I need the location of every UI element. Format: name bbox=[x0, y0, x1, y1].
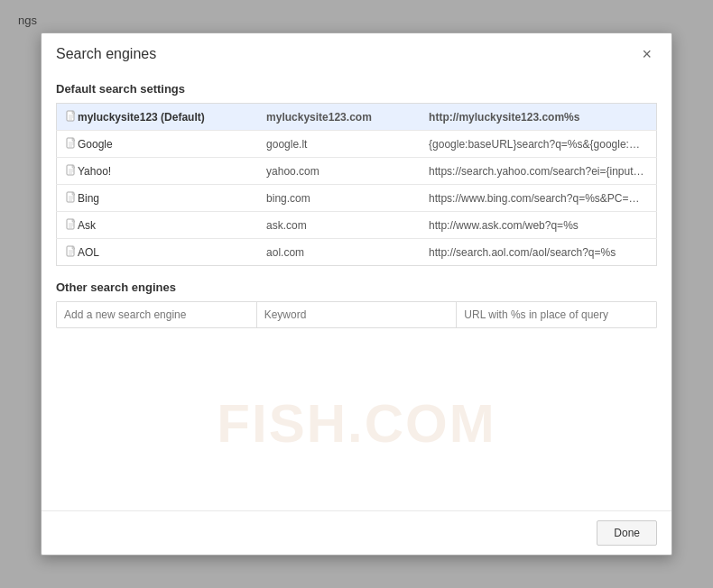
table-row[interactable]: myluckysite123 (Default) myluckysite123.… bbox=[57, 104, 657, 131]
dialog-footer: Done bbox=[42, 510, 671, 555]
engine-name-cell: Yahoo! bbox=[57, 158, 255, 184]
engine-url-cell: http://myluckysite123.com%s bbox=[420, 104, 656, 131]
dialog-title: Search engines bbox=[56, 46, 156, 62]
engine-name-cell: Ask bbox=[57, 212, 255, 238]
default-section-title: Default search settings bbox=[56, 82, 657, 96]
engine-keyword-cell: ask.com bbox=[257, 212, 420, 239]
engine-url-cell: http://www.ask.com/web?q=%s bbox=[420, 212, 656, 239]
engine-name-cell: AOL bbox=[57, 239, 255, 265]
document-icon bbox=[66, 137, 78, 151]
document-icon bbox=[66, 245, 78, 259]
watermark: FISH.COM bbox=[217, 392, 495, 455]
engine-url-cell: http://search.aol.com/aol/search?q=%s bbox=[420, 239, 656, 266]
document-icon bbox=[66, 110, 78, 124]
engine-keyword-cell: yahoo.com bbox=[257, 158, 420, 185]
engine-name: myluckysite123 (Default) bbox=[78, 111, 205, 124]
engine-url-cell: https://search.yahoo.com/search?ei={inpu… bbox=[420, 158, 656, 185]
engine-keyword-cell: bing.com bbox=[257, 185, 420, 212]
document-icon bbox=[66, 164, 78, 178]
engine-name-cell: myluckysite123 (Default) bbox=[57, 104, 255, 130]
add-search-engine-input[interactable] bbox=[57, 302, 257, 327]
other-search-inputs bbox=[56, 301, 657, 328]
engine-name-cell: Google bbox=[57, 131, 255, 157]
keyword-input[interactable] bbox=[257, 302, 458, 327]
engine-name: Google bbox=[78, 138, 113, 151]
document-icon bbox=[66, 218, 78, 232]
engine-name: AOL bbox=[78, 246, 99, 259]
engine-name-cell: Bing bbox=[57, 185, 255, 211]
engine-name: Bing bbox=[78, 192, 99, 205]
engine-name: Ask bbox=[78, 219, 96, 232]
table-row[interactable]: Yahoo! yahoo.comhttps://search.yahoo.com… bbox=[57, 158, 657, 185]
close-button[interactable]: × bbox=[636, 44, 657, 64]
engine-url-cell: {google:baseURL}search?q=%s&{google:RLZ}… bbox=[420, 131, 656, 158]
search-engines-table: myluckysite123 (Default) myluckysite123.… bbox=[56, 103, 657, 266]
url-input[interactable] bbox=[457, 302, 656, 327]
dialog-body: Default search settings myluckysite123 (… bbox=[42, 71, 671, 510]
engine-keyword-cell: myluckysite123.com bbox=[257, 104, 420, 131]
table-row[interactable]: AOL aol.comhttp://search.aol.com/aol/sea… bbox=[57, 239, 657, 266]
search-engines-dialog: Search engines × Default search settings… bbox=[41, 32, 672, 556]
watermark-area: FISH.COM bbox=[56, 328, 657, 473]
done-button[interactable]: Done bbox=[597, 520, 657, 546]
document-icon bbox=[66, 191, 78, 205]
engine-keyword-cell: google.lt bbox=[257, 131, 420, 158]
modal-overlay: Search engines × Default search settings… bbox=[0, 0, 713, 588]
table-row[interactable]: Google google.lt{google:baseURL}search?q… bbox=[57, 131, 657, 158]
other-section-title: Other search engines bbox=[56, 280, 657, 294]
engine-keyword-cell: aol.com bbox=[257, 239, 420, 266]
table-row[interactable]: Bing bing.comhttps://www.bing.com/search… bbox=[57, 185, 657, 212]
engine-name: Yahoo! bbox=[78, 165, 111, 178]
dialog-header: Search engines × bbox=[42, 33, 671, 71]
engine-url-cell: https://www.bing.com/search?q=%s&PC=U316… bbox=[420, 185, 656, 212]
table-row[interactable]: Ask ask.comhttp://www.ask.com/web?q=%s bbox=[57, 212, 657, 239]
